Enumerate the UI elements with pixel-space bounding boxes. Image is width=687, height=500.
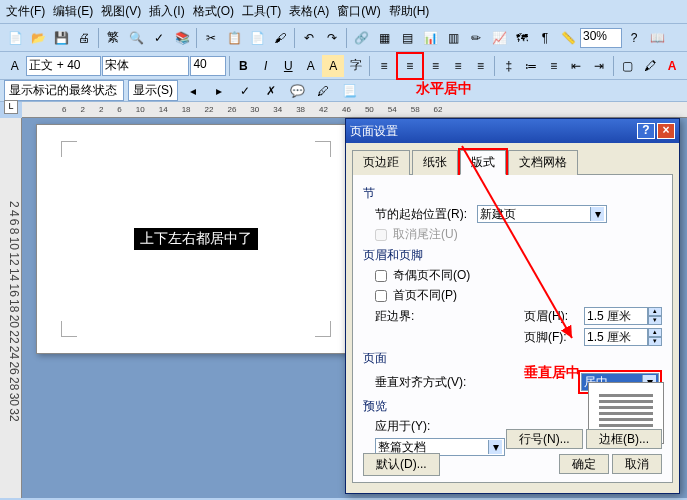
- tab-layout[interactable]: 版式: [460, 150, 506, 175]
- line-spacing-icon[interactable]: ‡: [498, 55, 519, 77]
- track-changes-select[interactable]: 显示标记的最终状态: [4, 80, 124, 101]
- border-a-icon[interactable]: A: [300, 55, 321, 77]
- read-icon[interactable]: 📖: [646, 27, 668, 49]
- italic-icon[interactable]: I: [255, 55, 276, 77]
- menu-window[interactable]: 窗口(W): [337, 3, 380, 20]
- style-icon[interactable]: A: [4, 55, 25, 77]
- font-color-icon[interactable]: A: [661, 55, 682, 77]
- reviewing-toolbar: 显示标记的最终状态 显示(S) ◂ ▸ ✓ ✗ 💬 🖊 📃 水平居中: [0, 80, 687, 102]
- bold-icon[interactable]: B: [233, 55, 254, 77]
- line-numbers-button[interactable]: 行号(N)...: [506, 429, 583, 449]
- odd-even-checkbox[interactable]: [375, 270, 387, 282]
- highlight-icon[interactable]: 🖍: [639, 55, 660, 77]
- menu-insert[interactable]: 插入(I): [149, 3, 184, 20]
- style-select[interactable]: 正文 + 40: [26, 56, 100, 76]
- cancel-button[interactable]: 取消: [612, 454, 662, 474]
- footer-spinner[interactable]: 1.5 厘米▴▾: [584, 328, 662, 346]
- tab-paper[interactable]: 纸张: [412, 150, 458, 175]
- vertical-align-label: 垂直对齐方式(V):: [375, 374, 471, 391]
- track-icon[interactable]: 🖊: [312, 80, 334, 102]
- help-icon[interactable]: ?: [623, 27, 645, 49]
- preview-icon[interactable]: 🔍: [125, 27, 147, 49]
- zoom-input[interactable]: 30%: [580, 28, 622, 48]
- vertical-ruler[interactable]: 2 4 6 8 10 12 14 16 18 20 22 24 26 28 30…: [0, 118, 22, 498]
- para-icon[interactable]: ¶: [534, 27, 556, 49]
- doc-map-icon[interactable]: 🗺: [511, 27, 533, 49]
- underline-icon[interactable]: U: [278, 55, 299, 77]
- menu-edit[interactable]: 编辑(E): [53, 3, 93, 20]
- font-effect-icon[interactable]: 字: [345, 55, 366, 77]
- suppress-endnotes-checkbox: [375, 229, 387, 241]
- excel-icon[interactable]: 📊: [419, 27, 441, 49]
- dialog-body: 节 节的起始位置(R): 新建页▾ 取消尾注(U) 页眉和页脚 奇偶页不同(O)…: [352, 175, 673, 483]
- menu-table[interactable]: 表格(A): [289, 3, 329, 20]
- columns-icon[interactable]: ▥: [442, 27, 464, 49]
- default-button[interactable]: 默认(D)...: [363, 453, 440, 476]
- from-edge-label: 距边界:: [375, 308, 435, 325]
- ruler-icon[interactable]: 📏: [557, 27, 579, 49]
- close-button[interactable]: ×: [657, 123, 675, 139]
- section-start-select[interactable]: 新建页▾: [477, 205, 607, 223]
- distribute-icon[interactable]: ≡: [470, 55, 491, 77]
- first-page-label: 首页不同(P): [393, 287, 489, 304]
- footer-label: 页脚(F):: [524, 329, 578, 346]
- indent-icon[interactable]: ⇥: [588, 55, 609, 77]
- selected-text[interactable]: 上下左右都居中了: [134, 228, 258, 250]
- menu-format[interactable]: 格式(O): [193, 3, 234, 20]
- document-page[interactable]: 上下左右都居中了: [36, 124, 356, 354]
- link-icon[interactable]: 🔗: [350, 27, 372, 49]
- reject-icon[interactable]: ✗: [260, 80, 282, 102]
- section-group: 节: [363, 185, 662, 202]
- menu-bar: 文件(F) 编辑(E) 视图(V) 插入(I) 格式(O) 工具(T) 表格(A…: [0, 0, 687, 24]
- menu-tools[interactable]: 工具(T): [242, 3, 281, 20]
- font-size-select[interactable]: 40: [190, 56, 225, 76]
- table-icon[interactable]: ▦: [373, 27, 395, 49]
- paste-icon[interactable]: 📄: [246, 27, 268, 49]
- accept-icon[interactable]: ✓: [234, 80, 256, 102]
- font-select[interactable]: 宋体: [102, 56, 190, 76]
- menu-view[interactable]: 视图(V): [101, 3, 141, 20]
- redo-icon[interactable]: ↷: [321, 27, 343, 49]
- next-change-icon[interactable]: ▸: [208, 80, 230, 102]
- ok-button[interactable]: 确定: [559, 454, 609, 474]
- bullets-icon[interactable]: ≡: [543, 55, 564, 77]
- align-right-icon[interactable]: ≡: [425, 55, 446, 77]
- undo-icon[interactable]: ↶: [298, 27, 320, 49]
- borders-icon[interactable]: ▢: [617, 55, 638, 77]
- cut-icon[interactable]: ✂: [200, 27, 222, 49]
- format-painter-icon[interactable]: 🖌: [269, 27, 291, 49]
- drawing-icon[interactable]: ✏: [465, 27, 487, 49]
- justify-icon[interactable]: ≡: [447, 55, 468, 77]
- align-left-icon[interactable]: ≡: [373, 55, 394, 77]
- horizontal-ruler[interactable]: 62261014182226303438424650545862: [22, 102, 687, 118]
- insert-table-icon[interactable]: ▤: [396, 27, 418, 49]
- char-shading-icon[interactable]: A: [322, 55, 343, 77]
- header-spinner[interactable]: 1.5 厘米▴▾: [584, 307, 662, 325]
- dialog-titlebar[interactable]: 页面设置 ? ×: [346, 119, 679, 143]
- first-page-checkbox[interactable]: [375, 290, 387, 302]
- open-icon[interactable]: 📂: [27, 27, 49, 49]
- outdent-icon[interactable]: ⇤: [566, 55, 587, 77]
- copy-icon[interactable]: 📋: [223, 27, 245, 49]
- show-select[interactable]: 显示(S): [128, 80, 178, 101]
- print-icon[interactable]: 🖨: [73, 27, 95, 49]
- trad-icon[interactable]: 繁: [102, 27, 124, 49]
- numbering-icon[interactable]: ≔: [521, 55, 542, 77]
- tab-margins[interactable]: 页边距: [352, 150, 410, 175]
- comment-icon[interactable]: 💬: [286, 80, 308, 102]
- dialog-title: 页面设置: [350, 123, 398, 140]
- align-center-icon[interactable]: ≡: [399, 55, 421, 77]
- borders-button[interactable]: 边框(B)...: [586, 429, 662, 449]
- new-icon[interactable]: 📄: [4, 27, 26, 49]
- tab-grid[interactable]: 文档网格: [508, 150, 578, 175]
- save-icon[interactable]: 💾: [50, 27, 72, 49]
- balloon-icon[interactable]: 📃: [338, 80, 360, 102]
- research-icon[interactable]: 📚: [171, 27, 193, 49]
- menu-help[interactable]: 帮助(H): [389, 3, 430, 20]
- menu-file[interactable]: 文件(F): [6, 3, 45, 20]
- header-label: 页眉(H):: [524, 308, 578, 325]
- chart-icon[interactable]: 📈: [488, 27, 510, 49]
- spell-icon[interactable]: ✓: [148, 27, 170, 49]
- help-button[interactable]: ?: [637, 123, 655, 139]
- prev-change-icon[interactable]: ◂: [182, 80, 204, 102]
